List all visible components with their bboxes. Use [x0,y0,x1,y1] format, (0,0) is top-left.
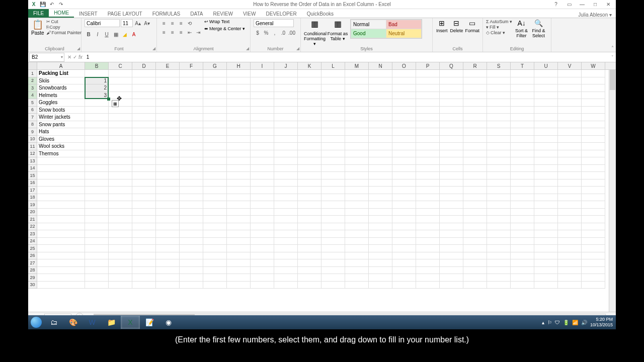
cell-B10[interactable] [85,136,109,143]
cell-P15[interactable] [416,172,440,179]
cell-J21[interactable] [274,216,298,223]
expand-formula-bar-icon[interactable]: ˅ [609,55,616,60]
align-middle-icon[interactable]: ≡ [169,19,177,27]
align-bottom-icon[interactable]: ≡ [177,19,185,27]
cell-E26[interactable] [156,252,180,260]
cell-Q15[interactable] [440,172,463,179]
cell-Q29[interactable] [440,274,463,282]
cell-V1[interactable] [558,70,582,77]
cell-R28[interactable] [463,267,487,275]
cell-M30[interactable] [345,282,369,289]
cell-N11[interactable] [369,143,392,150]
cell-L28[interactable] [321,267,345,275]
cell-O5[interactable] [392,99,416,107]
cell-G27[interactable] [203,259,227,267]
cell-I29[interactable] [251,274,274,282]
cell-P19[interactable] [416,201,440,209]
cell-G1[interactable] [203,70,227,77]
cell-K6[interactable] [298,107,321,114]
cell-D23[interactable] [132,230,156,238]
cell-B24[interactable] [85,238,109,245]
cell-V26[interactable] [558,252,582,260]
cell-O23[interactable] [392,230,416,238]
cell-G5[interactable] [203,99,227,107]
cell-H20[interactable] [227,209,251,216]
cell-N21[interactable] [369,216,392,223]
cell-Q25[interactable] [440,245,463,252]
cell-U17[interactable] [534,187,558,194]
cell-R18[interactable] [463,194,487,202]
cell-E4[interactable] [156,92,180,100]
cell-F8[interactable] [180,121,203,129]
cell-O1[interactable] [392,70,416,77]
cell-O22[interactable] [392,223,416,231]
cell-J9[interactable] [274,128,298,136]
cell-J23[interactable] [274,230,298,238]
copy-button[interactable]: ⎘Copy [46,25,82,30]
format-as-table-button[interactable]: ▦Format as Table ▾ [327,19,348,41]
cell-L5[interactable] [321,99,345,107]
cell-H10[interactable] [227,136,251,143]
cell-T9[interactable] [511,128,534,136]
merge-center-button[interactable]: ⬌Merge & Center ▾ [204,26,245,31]
cell-L21[interactable] [321,216,345,223]
cell-F27[interactable] [180,259,203,267]
tray-up-icon[interactable]: ▴ [542,320,544,325]
tray-battery-icon[interactable]: 🔋 [563,320,569,325]
cell-T20[interactable] [511,209,534,216]
cell-F14[interactable] [180,165,203,172]
cell-L16[interactable] [321,179,345,187]
cell-A3[interactable]: Snowboards [37,84,85,92]
tab-formulas[interactable]: FORMULAS [147,10,186,18]
cell-L29[interactable] [321,274,345,282]
cell-G22[interactable] [203,223,227,231]
cell-Q6[interactable] [440,107,463,114]
start-button[interactable] [28,315,44,329]
cell-K10[interactable] [298,136,321,143]
cell-R1[interactable] [463,70,487,77]
formula-input[interactable]: 1 [85,54,609,60]
cell-K29[interactable] [298,274,321,282]
cell-F28[interactable] [180,267,203,275]
cell-C17[interactable] [109,187,132,194]
cell-L4[interactable] [321,92,345,100]
cell-F24[interactable] [180,238,203,245]
cell-G12[interactable] [203,150,227,158]
cell-T15[interactable] [511,172,534,179]
cell-G17[interactable] [203,187,227,194]
cell-J28[interactable] [274,267,298,275]
cell-P7[interactable] [416,114,440,121]
cell-P13[interactable] [416,157,440,165]
cell-K27[interactable] [298,259,321,267]
cell-E23[interactable] [156,230,180,238]
cell-I1[interactable] [251,70,274,77]
cell-L23[interactable] [321,230,345,238]
enter-formula-icon[interactable]: ✓ [73,54,77,60]
cell-N13[interactable] [369,157,392,165]
cell-C26[interactable] [109,252,132,260]
cell-E25[interactable] [156,245,180,252]
cell-T21[interactable] [511,216,534,223]
cell-M10[interactable] [345,136,369,143]
cell-R30[interactable] [463,282,487,289]
cell-E28[interactable] [156,267,180,275]
cell-I18[interactable] [251,194,274,202]
cell-W29[interactable] [582,274,605,282]
cell-Q7[interactable] [440,114,463,121]
cell-O15[interactable] [392,172,416,179]
cell-A22[interactable] [37,223,85,231]
row-header-6[interactable]: 6 [28,107,37,114]
cell-C11[interactable] [109,143,132,150]
task-word-icon[interactable]: W [83,316,102,329]
cell-O16[interactable] [392,179,416,187]
cell-M20[interactable] [345,209,369,216]
cell-M9[interactable] [345,128,369,136]
cell-E13[interactable] [156,157,180,165]
cell-Q1[interactable] [440,70,463,77]
cell-M3[interactable] [345,84,369,92]
cell-D10[interactable] [132,136,156,143]
cell-C3[interactable] [109,84,132,92]
cell-A8[interactable]: Snow pants [37,121,85,129]
cell-V16[interactable] [558,179,582,187]
cell-W12[interactable] [582,150,605,158]
